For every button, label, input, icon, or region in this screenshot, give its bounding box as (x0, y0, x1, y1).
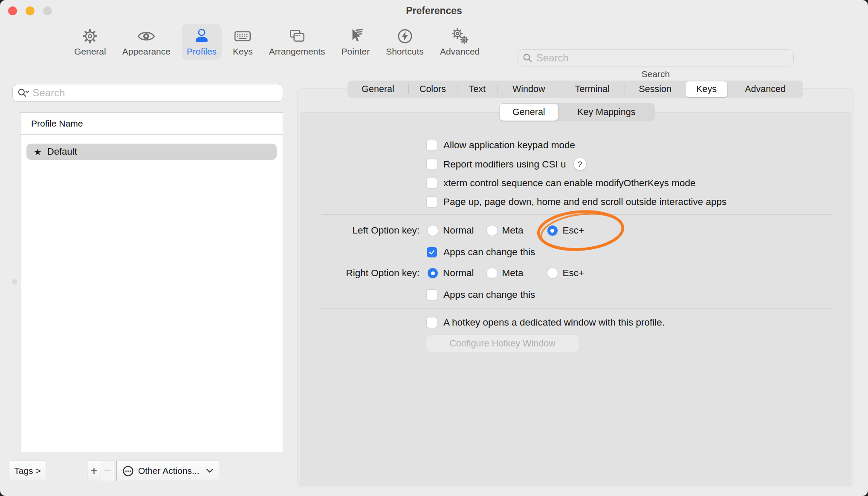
checkbox-unchecked[interactable] (427, 159, 437, 169)
toolbar-search-input[interactable] (536, 52, 789, 64)
tab-keys[interactable]: Keys (686, 81, 727, 97)
checkbox-label: Apps can change this (443, 247, 535, 258)
search-icon (522, 52, 533, 63)
help-button[interactable]: ? (574, 158, 586, 170)
profile-name: Default (47, 146, 77, 157)
checkbox-label: Report modifiers using CSI u (443, 159, 566, 170)
section-divider (321, 308, 831, 309)
profile-search-input[interactable] (32, 87, 278, 99)
toolbar-item-appearance[interactable]: Appearance (117, 24, 176, 60)
add-remove-profile-group: + − (87, 461, 114, 481)
radio-selected[interactable] (547, 225, 558, 236)
checkbox-row-scroll-outside-apps: Page up, page down, home and end scroll … (427, 196, 726, 208)
checkbox-label: Page up, page down, home and end scroll … (443, 196, 726, 208)
radio-option-meta[interactable]: Meta (487, 268, 524, 279)
toolbar-search-label: Search (518, 69, 794, 79)
toolbar-label: Arrangements (269, 46, 325, 57)
checkbox-checked[interactable] (427, 247, 437, 257)
left-option-key-label: Left Option key: (256, 225, 420, 236)
checkbox-unchecked[interactable] (427, 197, 437, 207)
toolbar-item-general[interactable]: General (69, 24, 111, 60)
tab-general[interactable]: General (347, 81, 408, 98)
checkbox-label: xterm control sequence can enable modify… (443, 178, 696, 189)
circled-ellipsis-icon (122, 465, 134, 477)
radio-option-esc[interactable]: Esc+ (547, 268, 584, 279)
profile-row-default[interactable]: ★ Default (26, 144, 277, 160)
remove-profile-button[interactable]: − (101, 461, 114, 481)
left-option-radio-group: Normal Meta Esc+ (428, 225, 584, 236)
checkbox-label: Apps can change this (443, 289, 535, 300)
checkbox-unchecked[interactable] (427, 178, 437, 188)
checkbox-row-hotkey-window: A hotkey opens a dedicated window with t… (427, 317, 665, 328)
chevron-down-icon (206, 469, 213, 473)
profile-search-field[interactable] (12, 84, 283, 102)
radio-unselected[interactable] (487, 225, 497, 236)
radio-label: Normal (443, 268, 474, 279)
radio-label: Esc+ (563, 268, 584, 279)
checkbox-row-left-apps-can-change: Apps can change this (427, 247, 535, 258)
radio-label: Normal (443, 225, 474, 236)
checkbox-row-keypad-mode: Allow application keypad mode (427, 140, 575, 151)
toolbar: General Appearance Profiles (0, 22, 868, 67)
checkbox-row-right-apps-can-change: Apps can change this (427, 289, 535, 300)
toolbar-item-advanced[interactable]: Advanced (435, 24, 485, 60)
tab-advanced[interactable]: Advanced (727, 81, 803, 98)
toolbar-item-profiles[interactable]: Profiles (182, 24, 222, 60)
checkbox-unchecked[interactable] (427, 290, 437, 300)
profile-list: Profile Name ★ Default (20, 112, 283, 452)
radio-unselected[interactable] (547, 268, 558, 278)
right-option-radio-group: Normal Meta Esc+ (428, 268, 584, 279)
right-option-key-label: Right Option key: (256, 268, 420, 279)
radio-label: Meta (502, 268, 524, 279)
toolbar-item-shortcuts[interactable]: Shortcuts (381, 24, 429, 60)
cursor-icon (346, 26, 365, 46)
toolbar-label: Shortcuts (386, 46, 424, 57)
tab-window[interactable]: Window (498, 81, 560, 98)
default-star-icon: ★ (34, 147, 42, 156)
subtab-key-mappings[interactable]: Key Mappings (558, 103, 655, 121)
checkbox-unchecked[interactable] (427, 140, 437, 150)
checkbox-row-csi-u: Report modifiers using CSI u ? (427, 158, 586, 170)
person-icon (192, 26, 211, 46)
other-actions-label: Other Actions... (138, 466, 202, 476)
tab-text[interactable]: Text (457, 81, 498, 98)
toolbar-item-keys[interactable]: Keys (228, 24, 258, 60)
splitter-handle-dot[interactable] (12, 279, 17, 285)
tags-button[interactable]: Tags > (10, 461, 45, 481)
configure-hotkey-window-button[interactable]: Configure Hotkey Window (426, 335, 579, 352)
add-profile-button[interactable]: + (87, 461, 101, 481)
checkbox-unchecked[interactable] (427, 317, 437, 328)
toolbar-label: Profiles (187, 46, 217, 57)
radio-option-normal[interactable]: Normal (428, 225, 474, 236)
toolbar-item-pointer[interactable]: Pointer (336, 24, 375, 60)
eye-icon (136, 26, 156, 46)
toolbar-search-field[interactable] (518, 49, 794, 66)
tab-colors[interactable]: Colors (408, 81, 457, 98)
checkbox-label: Allow application keypad mode (443, 140, 575, 151)
radio-unselected[interactable] (428, 225, 438, 236)
tab-terminal[interactable]: Terminal (560, 81, 625, 98)
radio-option-normal[interactable]: Normal (428, 268, 474, 279)
radio-option-meta[interactable]: Meta (487, 225, 524, 236)
toolbar-label: Pointer (341, 46, 370, 57)
checkbox-row-modify-other-keys: xterm control sequence can enable modify… (427, 178, 696, 189)
radio-label: Esc+ (563, 225, 584, 236)
checkbox-label: A hotkey opens a dedicated window with t… (443, 317, 665, 328)
toolbar-label: Appearance (122, 46, 171, 57)
radio-selected[interactable] (428, 268, 438, 278)
search-menu-icon (17, 87, 29, 98)
radio-label: Meta (502, 225, 524, 236)
keyboard-icon (233, 26, 252, 46)
radio-unselected[interactable] (487, 268, 497, 278)
preferences-window: Preferences General (0, 0, 868, 496)
radio-option-esc[interactable]: Esc+ (547, 225, 584, 236)
subtab-general[interactable]: General (500, 104, 558, 121)
toolbar-label: General (74, 46, 106, 57)
other-actions-button[interactable]: Other Actions... (116, 461, 219, 481)
profile-list-header: Profile Name (20, 113, 283, 135)
tab-session[interactable]: Session (625, 81, 686, 98)
toolbar-label: Keys (233, 46, 253, 57)
toolbar-item-arrangements[interactable]: Arrangements (264, 24, 330, 60)
lightning-icon (395, 26, 415, 46)
section-divider (321, 214, 831, 215)
